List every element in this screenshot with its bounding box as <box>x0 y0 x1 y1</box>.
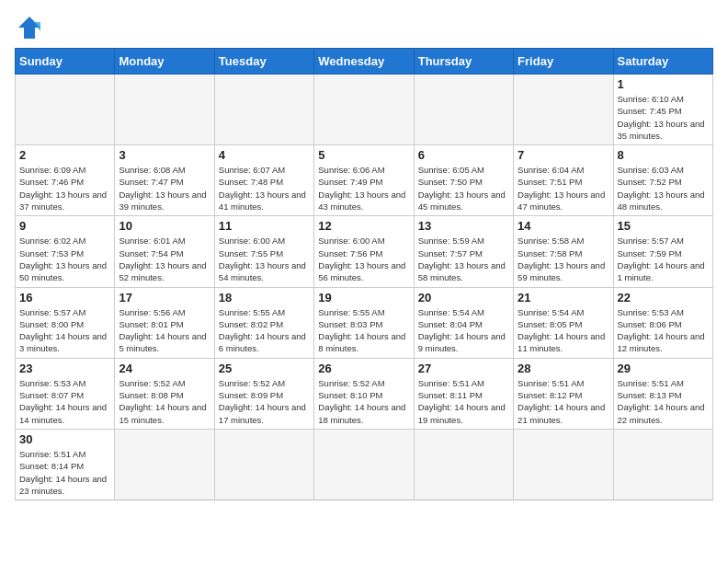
calendar-day-cell: 7Sunrise: 6:04 AM Sunset: 7:51 PM Daylig… <box>514 145 613 216</box>
day-number: 5 <box>318 148 409 162</box>
day-number: 11 <box>219 219 310 233</box>
calendar-day-cell: 27Sunrise: 5:51 AM Sunset: 8:11 PM Dayli… <box>414 358 513 429</box>
day-number: 3 <box>119 148 210 162</box>
day-number: 14 <box>518 219 609 233</box>
calendar-day-cell: 15Sunrise: 5:57 AM Sunset: 7:59 PM Dayli… <box>613 216 712 287</box>
day-number: 16 <box>19 291 110 304</box>
calendar-day-cell: 12Sunrise: 6:00 AM Sunset: 7:56 PM Dayli… <box>314 216 414 287</box>
calendar-day-cell: 10Sunrise: 6:01 AM Sunset: 7:54 PM Dayli… <box>115 216 214 287</box>
day-of-week-header: Thursday <box>414 49 513 75</box>
day-number: 24 <box>119 362 210 375</box>
calendar-day-cell: 20Sunrise: 5:54 AM Sunset: 8:04 PM Dayli… <box>414 287 513 358</box>
day-info: Sunrise: 5:52 AM Sunset: 8:08 PM Dayligh… <box>119 377 210 426</box>
calendar-day-cell: 25Sunrise: 5:52 AM Sunset: 8:09 PM Dayli… <box>214 358 313 429</box>
calendar-day-cell: 2Sunrise: 6:09 AM Sunset: 7:46 PM Daylig… <box>16 145 115 216</box>
day-info: Sunrise: 5:57 AM Sunset: 7:59 PM Dayligh… <box>618 235 709 283</box>
logo-icon <box>15 15 44 40</box>
calendar-day-cell <box>214 75 313 145</box>
day-of-week-header: Monday <box>115 49 214 75</box>
calendar-day-cell: 28Sunrise: 5:51 AM Sunset: 8:12 PM Dayli… <box>514 358 613 429</box>
day-info: Sunrise: 6:04 AM Sunset: 7:51 PM Dayligh… <box>518 164 609 213</box>
calendar-day-cell: 26Sunrise: 5:52 AM Sunset: 8:10 PM Dayli… <box>314 358 414 429</box>
day-number: 2 <box>19 148 110 162</box>
calendar-day-cell: 21Sunrise: 5:54 AM Sunset: 8:05 PM Dayli… <box>514 287 613 358</box>
day-number: 25 <box>219 362 310 375</box>
day-info: Sunrise: 5:52 AM Sunset: 8:09 PM Dayligh… <box>219 377 310 426</box>
calendar-day-cell: 11Sunrise: 6:00 AM Sunset: 7:55 PM Dayli… <box>214 216 313 287</box>
calendar-day-cell: 18Sunrise: 5:55 AM Sunset: 8:02 PM Dayli… <box>214 287 313 358</box>
day-number: 28 <box>518 362 609 375</box>
day-info: Sunrise: 5:54 AM Sunset: 8:05 PM Dayligh… <box>518 306 609 355</box>
calendar-day-cell <box>514 75 613 145</box>
calendar-day-cell: 30Sunrise: 5:51 AM Sunset: 8:14 PM Dayli… <box>16 429 115 500</box>
day-of-week-header: Wednesday <box>314 49 414 75</box>
day-info: Sunrise: 6:01 AM Sunset: 7:54 PM Dayligh… <box>119 235 210 283</box>
calendar-day-cell: 3Sunrise: 6:08 AM Sunset: 7:47 PM Daylig… <box>115 145 214 216</box>
day-number: 27 <box>418 362 509 375</box>
day-info: Sunrise: 5:59 AM Sunset: 7:57 PM Dayligh… <box>418 235 509 283</box>
day-number: 15 <box>618 219 709 233</box>
day-of-week-header: Friday <box>514 49 613 75</box>
calendar-day-cell: 22Sunrise: 5:53 AM Sunset: 8:06 PM Dayli… <box>613 287 712 358</box>
calendar-week-row: 23Sunrise: 5:53 AM Sunset: 8:07 PM Dayli… <box>16 358 713 429</box>
day-info: Sunrise: 6:09 AM Sunset: 7:46 PM Dayligh… <box>19 164 110 213</box>
day-number: 23 <box>19 362 110 375</box>
day-info: Sunrise: 5:51 AM Sunset: 8:12 PM Dayligh… <box>518 377 609 426</box>
day-info: Sunrise: 6:08 AM Sunset: 7:47 PM Dayligh… <box>119 164 210 213</box>
day-info: Sunrise: 5:51 AM Sunset: 8:13 PM Dayligh… <box>618 377 709 426</box>
calendar-day-cell <box>314 429 414 500</box>
calendar-week-row: 30Sunrise: 5:51 AM Sunset: 8:14 PM Dayli… <box>16 429 713 500</box>
day-info: Sunrise: 6:10 AM Sunset: 7:45 PM Dayligh… <box>618 93 709 142</box>
calendar-week-row: 16Sunrise: 5:57 AM Sunset: 8:00 PM Dayli… <box>16 287 713 358</box>
day-info: Sunrise: 5:57 AM Sunset: 8:00 PM Dayligh… <box>19 306 110 355</box>
day-number: 8 <box>618 148 709 162</box>
day-info: Sunrise: 5:54 AM Sunset: 8:04 PM Dayligh… <box>418 306 509 355</box>
calendar-week-row: 2Sunrise: 6:09 AM Sunset: 7:46 PM Daylig… <box>16 145 713 216</box>
calendar-day-cell: 23Sunrise: 5:53 AM Sunset: 8:07 PM Dayli… <box>16 358 115 429</box>
logo <box>15 15 48 40</box>
page-header <box>15 15 713 40</box>
day-info: Sunrise: 6:00 AM Sunset: 7:56 PM Dayligh… <box>318 235 409 283</box>
calendar-day-cell <box>314 75 414 145</box>
day-number: 29 <box>618 362 709 375</box>
day-info: Sunrise: 5:55 AM Sunset: 8:02 PM Dayligh… <box>219 306 310 355</box>
day-info: Sunrise: 5:55 AM Sunset: 8:03 PM Dayligh… <box>318 306 409 355</box>
day-number: 22 <box>618 291 709 304</box>
calendar-day-cell <box>214 429 313 500</box>
calendar-day-cell: 1Sunrise: 6:10 AM Sunset: 7:45 PM Daylig… <box>613 75 712 145</box>
calendar-week-row: 9Sunrise: 6:02 AM Sunset: 7:53 PM Daylig… <box>16 216 713 287</box>
day-number: 7 <box>518 148 609 162</box>
day-info: Sunrise: 5:53 AM Sunset: 8:06 PM Dayligh… <box>618 306 709 355</box>
svg-marker-0 <box>18 17 40 39</box>
day-info: Sunrise: 6:05 AM Sunset: 7:50 PM Dayligh… <box>418 164 509 213</box>
day-info: Sunrise: 6:02 AM Sunset: 7:53 PM Dayligh… <box>19 235 110 283</box>
calendar-day-cell: 13Sunrise: 5:59 AM Sunset: 7:57 PM Dayli… <box>414 216 513 287</box>
calendar: SundayMondayTuesdayWednesdayThursdayFrid… <box>15 48 713 500</box>
calendar-day-cell: 5Sunrise: 6:06 AM Sunset: 7:49 PM Daylig… <box>314 145 414 216</box>
calendar-day-cell: 17Sunrise: 5:56 AM Sunset: 8:01 PM Dayli… <box>115 287 214 358</box>
day-info: Sunrise: 6:07 AM Sunset: 7:48 PM Dayligh… <box>219 164 310 213</box>
calendar-week-row: 1Sunrise: 6:10 AM Sunset: 7:45 PM Daylig… <box>16 75 713 145</box>
calendar-day-cell <box>514 429 613 500</box>
calendar-day-cell: 19Sunrise: 5:55 AM Sunset: 8:03 PM Dayli… <box>314 287 414 358</box>
day-info: Sunrise: 5:52 AM Sunset: 8:10 PM Dayligh… <box>318 377 409 426</box>
day-info: Sunrise: 5:53 AM Sunset: 8:07 PM Dayligh… <box>19 377 110 426</box>
day-number: 1 <box>618 77 709 91</box>
calendar-day-cell: 9Sunrise: 6:02 AM Sunset: 7:53 PM Daylig… <box>16 216 115 287</box>
calendar-day-cell: 6Sunrise: 6:05 AM Sunset: 7:50 PM Daylig… <box>414 145 513 216</box>
day-info: Sunrise: 5:58 AM Sunset: 7:58 PM Dayligh… <box>518 235 609 283</box>
day-number: 17 <box>119 291 210 304</box>
day-of-week-header: Saturday <box>613 49 712 75</box>
day-number: 18 <box>219 291 310 304</box>
calendar-day-cell: 14Sunrise: 5:58 AM Sunset: 7:58 PM Dayli… <box>514 216 613 287</box>
day-number: 6 <box>418 148 509 162</box>
calendar-day-cell <box>115 75 214 145</box>
day-info: Sunrise: 6:03 AM Sunset: 7:52 PM Dayligh… <box>618 164 709 213</box>
day-number: 19 <box>318 291 409 304</box>
day-number: 10 <box>119 219 210 233</box>
day-number: 9 <box>19 219 110 233</box>
day-info: Sunrise: 6:06 AM Sunset: 7:49 PM Dayligh… <box>318 164 409 213</box>
day-of-week-header: Tuesday <box>214 49 313 75</box>
day-of-week-header: Sunday <box>16 49 115 75</box>
day-info: Sunrise: 5:51 AM Sunset: 8:11 PM Dayligh… <box>418 377 509 426</box>
